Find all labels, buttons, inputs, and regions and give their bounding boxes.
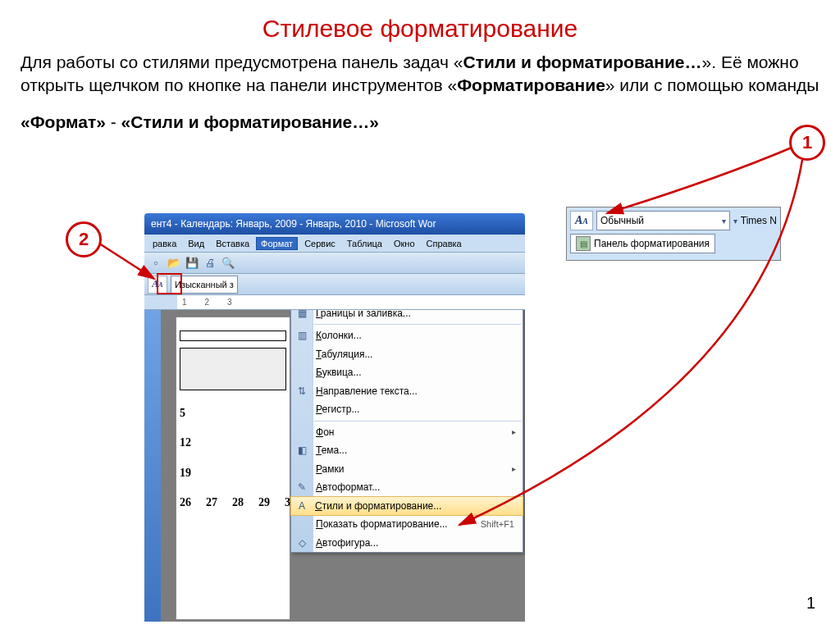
menu-item-label: Стили и форматирование... bbox=[315, 500, 441, 512]
menu-item-label: Автофигура... bbox=[316, 537, 378, 549]
font-label: Times N bbox=[741, 215, 777, 226]
menu-item-icon: A bbox=[294, 499, 309, 513]
combo-value: Изысканный з bbox=[175, 280, 234, 289]
cal-cell: 5 bbox=[180, 399, 185, 428]
menu-item-icon bbox=[294, 403, 309, 416]
menu-item-icon bbox=[294, 463, 309, 476]
window-title: ент4 - Календарь: Январь, 2009 - Январь,… bbox=[151, 218, 436, 230]
menu-item-label: Показать форматирование... bbox=[316, 518, 448, 530]
style-combo[interactable]: Обычный ▾ bbox=[596, 211, 730, 230]
cal-cell: 26 bbox=[180, 488, 191, 517]
menu-item-label: Фон bbox=[316, 426, 334, 438]
cal-cell: 19 bbox=[180, 458, 191, 488]
chevron-down-icon: ▾ bbox=[733, 217, 737, 226]
menu-item-label: Тема... bbox=[316, 444, 347, 456]
vertical-ruler bbox=[144, 310, 161, 622]
calendar-title-box bbox=[180, 330, 286, 341]
style-combo-2[interactable]: Изысканный з bbox=[171, 276, 238, 294]
menu-вставка[interactable]: Вставка bbox=[211, 237, 254, 250]
style-combo-value: Обычный bbox=[600, 215, 644, 226]
bold: «Формат» bbox=[21, 112, 106, 131]
menu-item[interactable]: ◧Тема... bbox=[291, 441, 523, 460]
cal-cell: 27 bbox=[206, 488, 217, 517]
word-window-screenshot: ент4 - Календарь: Январь, 2009 - Январь,… bbox=[144, 213, 525, 622]
menu-формат[interactable]: Формат bbox=[256, 237, 298, 250]
menu-bar: равкаВидВставкаФорматСервисТаблицаОкноСп… bbox=[144, 235, 525, 253]
menu-separator bbox=[314, 421, 521, 422]
menu-item-icon: ◧ bbox=[294, 444, 309, 457]
menu-сервис[interactable]: Сервис bbox=[299, 237, 340, 250]
standard-toolbar: ▫ 📂 💾 🖨 🔍 bbox=[144, 253, 525, 274]
formatting-toolbar-inset: AA Обычный ▾ ▾ Times N ▤ Панель форматир… bbox=[566, 207, 781, 261]
text: - bbox=[106, 112, 121, 131]
menu-separator bbox=[314, 324, 521, 325]
cal-cell: 29 bbox=[258, 488, 270, 517]
menu-item-icon bbox=[294, 517, 309, 531]
menu-item[interactable]: ⇅Направление текста... bbox=[291, 382, 523, 401]
menu-item-icon bbox=[294, 366, 309, 379]
menu-item[interactable]: Фон bbox=[291, 423, 523, 442]
callout-1: 1 bbox=[789, 125, 825, 161]
aa-icon: AA bbox=[152, 278, 162, 290]
bold: Форматирование bbox=[457, 75, 605, 94]
menu-shortcut: Shift+F1 bbox=[481, 519, 514, 529]
styles-button-2[interactable]: AA bbox=[148, 276, 167, 294]
formatting-panel-button[interactable]: ▤ Панель форматирования bbox=[570, 234, 715, 253]
open-icon[interactable]: 📂 bbox=[166, 255, 182, 271]
menu-равка[interactable]: равка bbox=[148, 237, 181, 250]
menu-item[interactable]: Буквица... bbox=[291, 363, 523, 382]
menu-item[interactable]: Табуляция... bbox=[291, 345, 523, 364]
menu-item-label: Границы и заливка... bbox=[316, 310, 411, 319]
formatting-toolbar: AA Изысканный з bbox=[144, 274, 525, 295]
preview-icon[interactable]: 🔍 bbox=[220, 255, 236, 271]
menu-item-icon: ◇ bbox=[294, 536, 309, 549]
bold: «Стили и форматирование…» bbox=[121, 112, 379, 131]
body-paragraph-2: «Формат» - «Стили и форматирование…» bbox=[0, 98, 840, 134]
menu-item-label: Направление текста... bbox=[316, 385, 418, 397]
menu-item-label: Колонки... bbox=[316, 330, 362, 341]
menu-item-icon bbox=[294, 426, 309, 439]
menu-вид[interactable]: Вид bbox=[183, 237, 209, 250]
document-area: 5 12 19 2627282930 AШрифт...¶Абзац...≡Сп… bbox=[144, 310, 525, 622]
bold: Стили и форматирование… bbox=[463, 52, 701, 71]
menu-item-icon: ▥ bbox=[294, 329, 309, 342]
page-number: 1 bbox=[806, 594, 815, 613]
menu-таблица[interactable]: Таблица bbox=[342, 237, 387, 250]
menu-item[interactable]: ◇Автофигура... bbox=[291, 534, 523, 553]
cal-cell: 28 bbox=[232, 488, 244, 517]
slide-title: Стилевое форматирование bbox=[0, 0, 840, 43]
menu-item-label: Табуляция... bbox=[316, 349, 372, 360]
menu-item-icon: ▦ bbox=[294, 310, 309, 320]
menu-item[interactable]: Регистр... bbox=[291, 400, 523, 419]
panel-label: Панель форматирования bbox=[594, 238, 710, 249]
menu-item-label: Автоформат... bbox=[316, 481, 380, 493]
menu-item[interactable]: Рамки bbox=[291, 460, 523, 479]
menu-справка[interactable]: Справка bbox=[422, 237, 467, 250]
format-menu-dropdown: AШрифт...¶Абзац...≡Список...▦Границы и з… bbox=[290, 310, 523, 553]
new-icon[interactable]: ▫ bbox=[148, 255, 164, 271]
menu-item-label: Буквица... bbox=[316, 367, 362, 378]
chevron-down-icon: ▾ bbox=[722, 217, 726, 226]
window-titlebar: ент4 - Календарь: Январь, 2009 - Январь,… bbox=[144, 213, 525, 235]
image-placeholder bbox=[180, 348, 286, 390]
callout-2: 2 bbox=[66, 221, 102, 258]
menu-item[interactable]: ✎Автоформат... bbox=[291, 478, 523, 497]
menu-окно[interactable]: Окно bbox=[389, 237, 420, 250]
aa-icon: AA bbox=[575, 214, 588, 227]
save-icon[interactable]: 💾 bbox=[184, 255, 200, 271]
document-page: 5 12 19 2627282930 bbox=[176, 317, 290, 620]
menu-item-label: Рамки bbox=[316, 463, 345, 475]
calendar-grid: 5 12 19 2627282930 bbox=[180, 399, 286, 518]
menu-item-icon: ✎ bbox=[294, 481, 309, 494]
text: Для работы со стилями предусмотрена пане… bbox=[21, 52, 463, 71]
menu-item[interactable]: AСтили и форматирование... bbox=[290, 496, 523, 517]
panel-icon: ▤ bbox=[576, 236, 591, 251]
menu-item[interactable]: Показать форматирование...Shift+F1 bbox=[291, 515, 523, 534]
menu-item-label: Регистр... bbox=[316, 403, 359, 415]
menu-item[interactable]: ▦Границы и заливка... bbox=[291, 310, 523, 322]
menu-item-icon bbox=[294, 348, 309, 361]
print-icon[interactable]: 🖨 bbox=[202, 255, 218, 271]
menu-item[interactable]: ▥Колонки... bbox=[291, 326, 523, 345]
styles-formatting-button[interactable]: AA bbox=[570, 211, 593, 230]
body-paragraph-1: Для работы со стилями предусмотрена пане… bbox=[0, 43, 840, 98]
